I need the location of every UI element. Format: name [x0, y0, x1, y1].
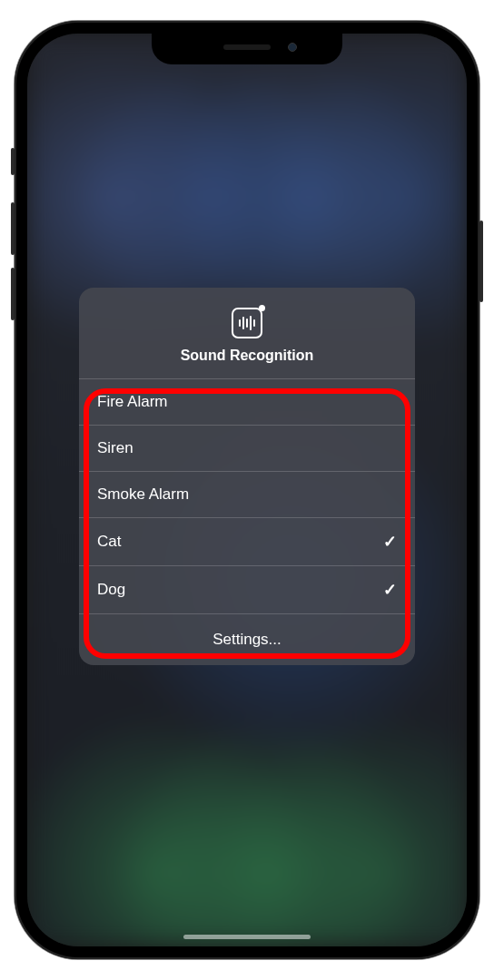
- option-label: Dog: [97, 581, 125, 599]
- notch: [152, 34, 342, 64]
- popup-title: Sound Recognition: [181, 348, 314, 364]
- sound-recognition-icon: [232, 308, 262, 338]
- volume-up-button[interactable]: [11, 202, 15, 255]
- active-indicator-dot: [259, 305, 265, 311]
- checkmark-icon: ✓: [383, 580, 397, 600]
- checkmark-icon: ✓: [383, 532, 397, 552]
- speaker: [223, 44, 271, 50]
- phone-frame: Sound Recognition Fire Alarm Siren Smoke…: [15, 21, 479, 959]
- option-dog[interactable]: Dog ✓: [79, 565, 415, 614]
- mute-switch[interactable]: [11, 148, 15, 175]
- volume-down-button[interactable]: [11, 268, 15, 320]
- home-indicator[interactable]: [183, 935, 311, 939]
- phone-screen: Sound Recognition Fire Alarm Siren Smoke…: [27, 34, 467, 946]
- option-label: Fire Alarm: [97, 393, 167, 411]
- option-cat[interactable]: Cat ✓: [79, 517, 415, 565]
- option-smoke-alarm[interactable]: Smoke Alarm: [79, 471, 415, 517]
- popup-header: Sound Recognition: [79, 288, 415, 378]
- option-fire-alarm[interactable]: Fire Alarm: [79, 378, 415, 425]
- option-label: Cat: [97, 533, 121, 551]
- option-label: Smoke Alarm: [97, 485, 189, 504]
- option-label: Siren: [97, 439, 133, 457]
- option-siren[interactable]: Siren: [79, 425, 415, 471]
- front-camera: [288, 43, 297, 52]
- settings-button[interactable]: Settings...: [79, 614, 415, 665]
- power-button[interactable]: [479, 220, 483, 302]
- settings-label: Settings...: [212, 631, 282, 648]
- sound-recognition-popup: Sound Recognition Fire Alarm Siren Smoke…: [79, 288, 415, 665]
- sound-options-list: Fire Alarm Siren Smoke Alarm Cat ✓ Dog ✓: [79, 378, 415, 614]
